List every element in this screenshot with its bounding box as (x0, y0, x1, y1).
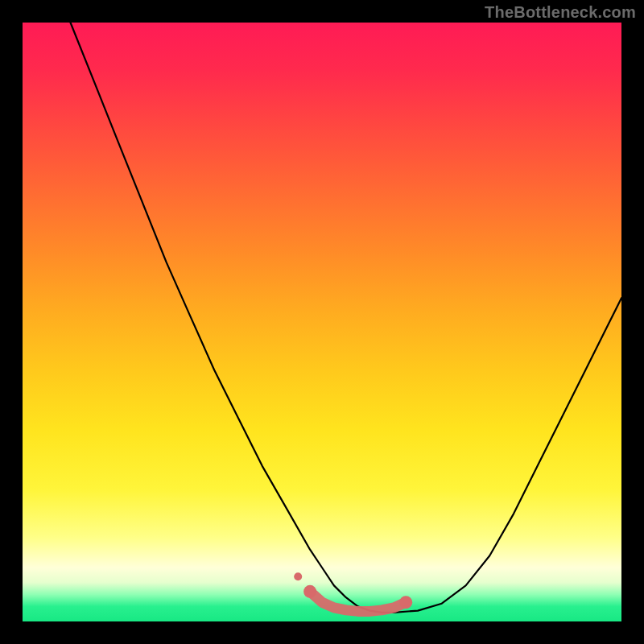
optimal-band-markers (294, 572, 412, 611)
optimal-band-end-dot (399, 596, 412, 609)
chart-frame: TheBottleneck.com (0, 0, 644, 644)
watermark-text: TheBottleneck.com (485, 3, 636, 22)
bottleneck-curve-path (71, 23, 622, 613)
curve-layer (23, 23, 621, 621)
plot-area (23, 23, 621, 621)
optimal-band-path (310, 592, 406, 612)
bottleneck-curve (71, 23, 622, 613)
optimal-band-end-dot (303, 585, 316, 598)
optimal-band-stray-dot (294, 572, 302, 580)
